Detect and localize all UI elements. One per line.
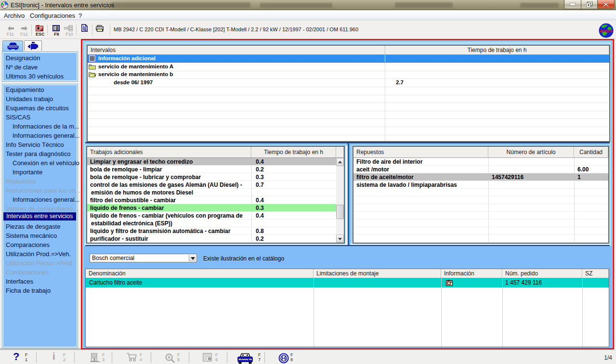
svg-text:BOSCH: BOSCH: [600, 29, 612, 33]
